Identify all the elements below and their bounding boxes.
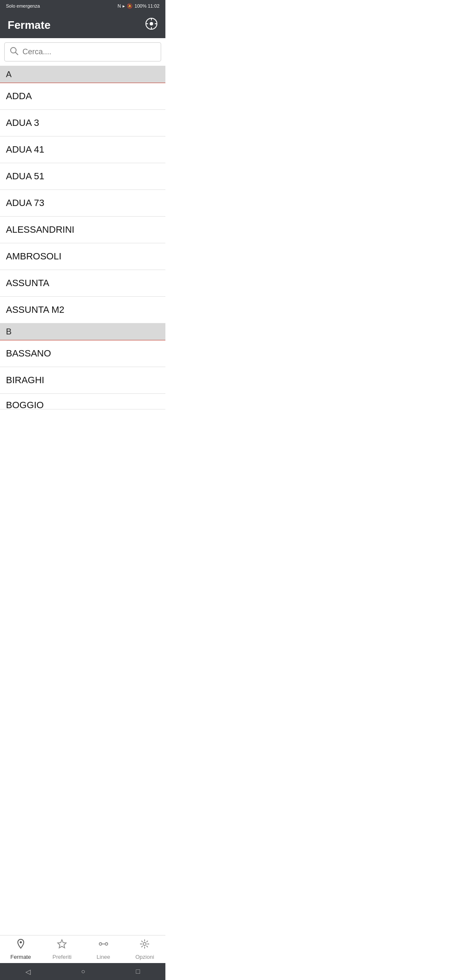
section-header-a: A (0, 66, 165, 83)
status-nfc-icon: N (117, 3, 121, 8)
status-silent-icon: 🔕 (127, 3, 133, 9)
svg-line-7 (16, 53, 18, 55)
status-left: Solo emergenza (6, 3, 40, 8)
location-icon[interactable] (145, 17, 158, 33)
page-title: Fermate (8, 19, 50, 32)
list-item[interactable]: ADUA 73 (0, 190, 165, 217)
section-header-b: B (0, 323, 165, 340)
search-container (0, 38, 165, 66)
content-scroll: A ADDA ADUA 3 ADUA 41 ADUA 51 ADUA 73 AL… (0, 66, 165, 456)
status-bluetooth-icon: ▸ (123, 3, 125, 9)
list-item[interactable]: ADUA 3 (0, 110, 165, 136)
search-icon (10, 47, 18, 57)
list-item[interactable]: ALESSANDRINI (0, 217, 165, 243)
list-item[interactable]: BASSANO (0, 340, 165, 367)
list-item[interactable]: ADDA (0, 83, 165, 110)
list-item[interactable]: ASSUNTA M2 (0, 297, 165, 323)
list-item[interactable]: AMBROSOLI (0, 243, 165, 270)
list-item[interactable]: ADUA 51 (0, 163, 165, 190)
status-right: N ▸ 🔕 100% 11:02 (117, 3, 159, 9)
svg-point-1 (150, 22, 153, 25)
search-input[interactable] (22, 47, 156, 56)
list-item[interactable]: ADUA 41 (0, 136, 165, 163)
status-battery: 100% 11:02 (134, 3, 159, 8)
list-item[interactable]: BIRAGHI (0, 367, 165, 394)
search-box (4, 42, 161, 61)
list-item[interactable]: ASSUNTA (0, 270, 165, 297)
app-header: Fermate (0, 12, 165, 38)
list-item-partial[interactable]: BOGGIO (0, 394, 165, 409)
status-bar: Solo emergenza N ▸ 🔕 100% 11:02 (0, 0, 165, 12)
